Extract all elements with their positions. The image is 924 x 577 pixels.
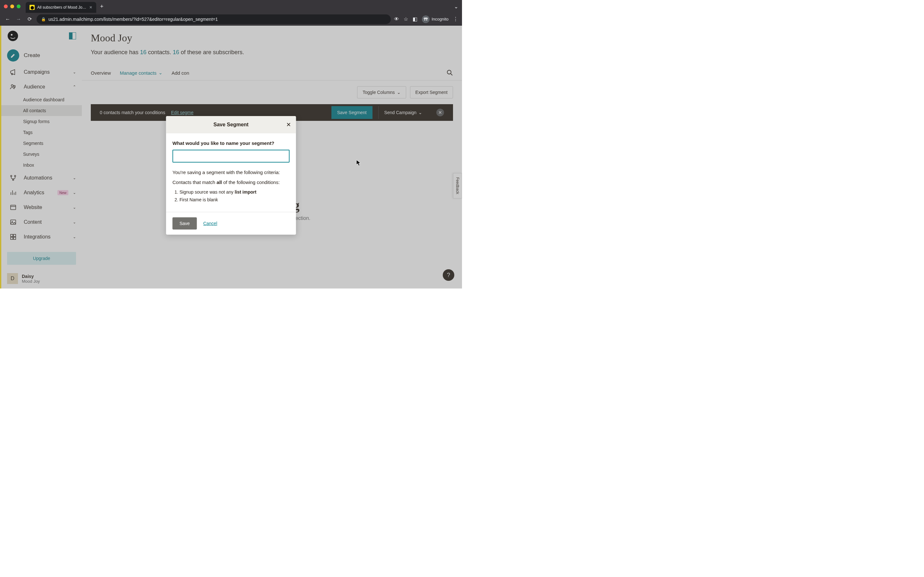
reload-button[interactable]: ⟳ xyxy=(26,16,33,22)
condition-item: First Name is blank xyxy=(180,197,290,202)
browser-toolbar: ← → ⟳ 🔒 us21.admin.mailchimp.com/lists/m… xyxy=(0,13,462,26)
mailchimp-favicon: ⬤ xyxy=(29,5,35,10)
browser-tab[interactable]: ⬤ All subscribers of Mood Joy | M ✕ xyxy=(26,2,96,13)
save-segment-modal: Save Segment ✕ What would you like to na… xyxy=(166,116,296,235)
browser-tab-bar: ⬤ All subscribers of Mood Joy | M ✕ + ⌄ xyxy=(0,0,462,13)
window-controls xyxy=(4,5,21,8)
incognito-icon xyxy=(422,15,430,23)
eye-off-icon[interactable]: 👁 xyxy=(394,16,399,22)
new-tab-button[interactable]: + xyxy=(100,3,103,10)
tab-list-dropdown-icon[interactable]: ⌄ xyxy=(454,3,458,10)
close-window-button[interactable] xyxy=(4,5,8,8)
back-button[interactable]: ← xyxy=(4,16,11,22)
segment-name-input[interactable] xyxy=(173,150,290,163)
url-text: us21.admin.mailchimp.com/lists/members/?… xyxy=(48,17,218,22)
tab-title: All subscribers of Mood Joy | M xyxy=(37,5,87,10)
close-modal-icon[interactable]: ✕ xyxy=(286,121,291,128)
minimize-window-button[interactable] xyxy=(10,5,14,8)
menu-dots-icon[interactable]: ⋮ xyxy=(453,16,458,22)
criteria-intro: You're saving a segment with the followi… xyxy=(173,169,290,175)
match-description: Contacts that match all of the following… xyxy=(173,179,290,185)
save-button[interactable]: Save xyxy=(173,218,197,229)
modal-question: What would you like to name your segment… xyxy=(173,140,290,146)
close-tab-icon[interactable]: ✕ xyxy=(89,5,92,10)
maximize-window-button[interactable] xyxy=(17,5,21,8)
cancel-link[interactable]: Cancel xyxy=(203,221,217,226)
condition-item: Signup source was not any list import xyxy=(180,189,290,195)
incognito-badge[interactable]: Incognito xyxy=(422,15,449,23)
bookmark-star-icon[interactable]: ☆ xyxy=(404,16,408,22)
address-bar[interactable]: 🔒 us21.admin.mailchimp.com/lists/members… xyxy=(37,15,391,24)
forward-button[interactable]: → xyxy=(15,16,23,22)
panel-icon[interactable]: ◧ xyxy=(413,16,417,22)
modal-title: Save Segment xyxy=(213,122,248,127)
lock-icon: 🔒 xyxy=(41,17,46,21)
conditions-list: Signup source was not any list import Fi… xyxy=(173,189,290,202)
